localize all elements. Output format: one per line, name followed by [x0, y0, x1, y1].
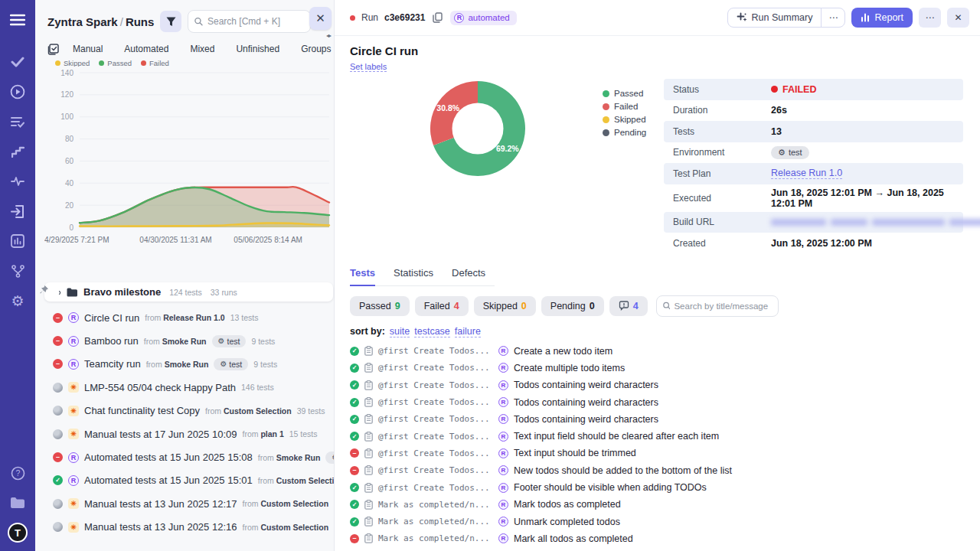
legend-item[interactable]: Skipped [55, 59, 90, 67]
sidebar-item-analytics[interactable] [7, 230, 28, 252]
test-filter-pill[interactable]: Pending 0 [541, 296, 604, 316]
sidebar-item-runs[interactable] [7, 81, 28, 103]
run-filter-tab[interactable]: Groups [290, 42, 341, 56]
app-logo[interactable]: T [7, 522, 28, 543]
test-list-item[interactable]: @first Create Todos... Create multiple t… [350, 360, 971, 377]
sort-option-link[interactable]: failure [455, 326, 481, 337]
run-source: from Custom Selection [242, 523, 328, 532]
run-tests-count: 15 tests [289, 429, 318, 439]
legend-item[interactable]: Failed [603, 102, 658, 111]
run-folder-row[interactable]: › Bravo milestone 124 tests 33 runs [44, 282, 333, 302]
environment-tag: ⚙test [771, 146, 809, 159]
runs-search-input[interactable] [207, 16, 304, 27]
detail-label: Status [673, 84, 771, 95]
search-icon [663, 302, 671, 310]
run-list-item[interactable]: Automated tests at 15 Jun 2025 15:08 fro… [43, 445, 334, 468]
breadcrumb-project[interactable]: Zyntra Spark [47, 15, 118, 28]
legend-item[interactable]: Passed [603, 89, 658, 98]
detail-label: Tests [673, 126, 771, 137]
test-status-icon [350, 517, 359, 527]
more-actions-button[interactable]: ⋯ [919, 8, 941, 28]
sort-option-link[interactable]: suite [390, 326, 410, 337]
detail-label: Executed [673, 193, 771, 204]
run-tests-count: 39 tests [297, 406, 325, 416]
sidebar-item-pulse[interactable] [7, 171, 28, 192]
pin-icon[interactable] [39, 285, 49, 295]
detail-tab[interactable]: Defects [452, 267, 485, 286]
test-list-item[interactable]: Mark as completed/n... Mark todos as com… [350, 496, 971, 513]
run-filter-tab[interactable]: Unfinished [225, 42, 290, 56]
test-list-item[interactable]: @first Create Todos... Todos containing … [350, 393, 971, 410]
run-list-item[interactable]: Manual tests at 17 Jun 2025 10:09 from p… [43, 422, 334, 445]
run-type-icon [68, 429, 79, 439]
runs-search[interactable] [188, 10, 311, 33]
run-summary-more-button[interactable]: ⋯ [821, 8, 844, 27]
run-list-item[interactable]: LMP-554 05/04 check Happy Path 146 tests [43, 376, 334, 399]
sort-option-link[interactable]: testcase [414, 326, 450, 337]
test-list-item[interactable]: @first Create Todos... Text input field … [350, 428, 971, 445]
run-tests-count: 9 tests [251, 337, 275, 346]
test-list-item[interactable]: Mark as completed/n... Unmark completed … [350, 513, 971, 530]
detail-tab[interactable]: Tests [350, 267, 375, 286]
copy-run-id-button[interactable] [431, 11, 444, 24]
report-button[interactable]: Report [851, 8, 913, 28]
test-search-input[interactable] [674, 302, 771, 311]
close-detail-button[interactable]: ✕ [947, 8, 969, 28]
sidebar-item-branches[interactable] [7, 260, 28, 282]
runs-list-panel: Zyntra Spark/Runs ✕ ◂▸ ManualAutomatedMi… [35, 0, 335, 551]
test-list-item[interactable]: @first Create Todos... Todos containing … [350, 411, 971, 428]
run-list-item[interactable]: Chat functinality test Copy from Custom … [43, 399, 334, 422]
run-title: Manual tests at 17 Jun 2025 10:09 [84, 429, 237, 440]
test-filter-pill[interactable]: Skipped 0 [474, 296, 536, 316]
test-list-item[interactable]: Mark as completed/n... Mark all todos as… [350, 530, 971, 547]
test-filter-pill[interactable]: Passed 9 [350, 296, 410, 316]
run-list-item[interactable]: Teamcity run from Smoke Run ⚙test 9 test… [43, 353, 334, 376]
set-labels-link[interactable]: Set labels [350, 62, 387, 72]
detail-label: Created [673, 238, 771, 249]
sidebar-item-import[interactable] [7, 201, 28, 222]
select-all-icon[interactable] [47, 44, 59, 55]
test-list-item[interactable]: @first Create Todos... New todos should … [350, 462, 971, 479]
test-list-item[interactable]: @first Create Todos... Footer should be … [350, 479, 971, 496]
sidebar-item-steps[interactable] [7, 141, 28, 162]
test-filter-pill[interactable]: 4 [609, 296, 648, 316]
run-list-item[interactable]: Manual tests at 13 Jun 2025 12:16 from C… [43, 516, 334, 539]
run-filter-tab[interactable]: Automated [113, 42, 179, 56]
run-list-item[interactable]: Automated tests at 15 Jun 2025 15:01 fro… [43, 469, 334, 492]
run-filter-tab[interactable]: Mixed [179, 42, 225, 56]
panel-close-button[interactable]: ✕ [309, 7, 332, 30]
test-list-item[interactable]: @first Create Todos... Create a new todo… [350, 343, 971, 360]
sort-row: sort by: suitetestcasefailure [350, 326, 971, 337]
test-search[interactable] [656, 295, 779, 317]
run-filter-tab[interactable]: Manual [62, 42, 113, 56]
filter-button[interactable] [160, 11, 181, 32]
chevron-right-icon[interactable]: › [58, 286, 60, 298]
detail-tab[interactable]: Statistics [394, 267, 433, 286]
run-type-icon [68, 336, 79, 347]
legend-item[interactable]: Skipped [603, 115, 658, 124]
run-status-icon [53, 406, 63, 416]
sidebar-item-testcases[interactable] [7, 111, 28, 132]
legend-item[interactable]: Pending [603, 128, 658, 137]
test-list-item[interactable]: @first Create Todos... Todos containing … [350, 377, 971, 393]
run-list-item[interactable]: Manual tests at 13 Jun 2025 12:17 from C… [43, 492, 334, 515]
test-filter-pill[interactable]: Failed 4 [415, 296, 469, 316]
panel-resize-icon[interactable]: ◂▸ [326, 32, 331, 39]
sidebar-item-help[interactable]: ? [7, 462, 28, 484]
detail-row: Duration 26s [664, 100, 963, 122]
test-list-item[interactable]: @first Create Todos... Text input should… [350, 445, 971, 461]
automated-run-icon [498, 465, 508, 475]
automated-badge[interactable]: automated [450, 11, 516, 25]
sidebar-item-checks[interactable] [7, 51, 28, 73]
legend-item[interactable]: Failed [141, 59, 169, 67]
legend-item[interactable]: Passed [99, 59, 132, 67]
run-summary-button[interactable]: Run Summary [728, 8, 822, 27]
automated-run-icon [498, 346, 508, 356]
folder-name: Bravo milestone [83, 286, 161, 298]
hamburger-menu-icon[interactable] [7, 9, 28, 31]
sidebar-item-settings[interactable]: ⚙ [7, 290, 28, 311]
sidebar-item-projects[interactable] [7, 492, 28, 514]
run-list-item[interactable]: Bamboo run from Smoke Run ⚙test 9 tests [43, 329, 334, 352]
run-list-item[interactable]: Circle CI run from Release Run 1.0 13 te… [43, 306, 334, 329]
test-plan-link[interactable]: Release Run 1.0 [771, 168, 842, 179]
